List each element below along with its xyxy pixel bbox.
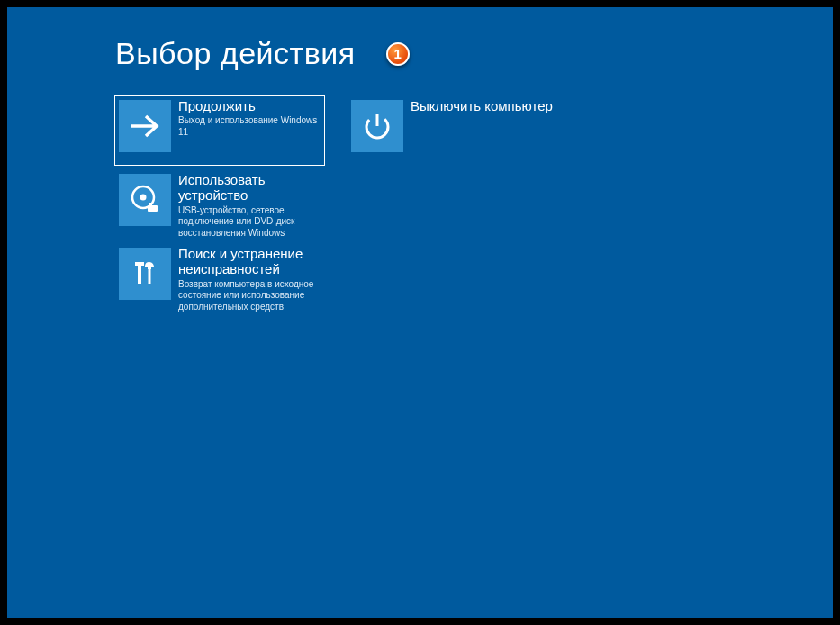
page-title: Выбор действия — [115, 36, 356, 71]
svg-rect-7 — [135, 262, 144, 266]
tile-troubleshoot[interactable]: Поиск и устранение неисправностей Возвра… — [115, 244, 324, 312]
svg-rect-8 — [149, 269, 151, 284]
disc-icon — [119, 174, 171, 226]
tile-continue-desc: Выход и использование Windows 11 — [178, 115, 321, 138]
annotation-badge: 1 — [386, 42, 410, 66]
tools-icon — [119, 248, 171, 300]
svg-rect-5 — [149, 203, 152, 206]
tile-shutdown[interactable]: Выключить компьютер — [348, 96, 556, 165]
svg-rect-6 — [138, 264, 141, 284]
power-icon — [351, 100, 403, 152]
svg-point-3 — [140, 195, 147, 201]
tile-continue-title: Продолжить — [178, 98, 321, 113]
tile-continue[interactable]: Продолжить Выход и использование Windows… — [115, 96, 324, 165]
tile-shutdown-title: Выключить компьютер — [411, 98, 553, 113]
arrow-right-icon — [119, 100, 171, 152]
tile-troubleshoot-desc: Возврат компьютера в исходное состояние … — [178, 279, 321, 313]
tile-use-device-title: Использовать устройство — [178, 172, 321, 204]
svg-rect-4 — [148, 205, 158, 212]
tile-troubleshoot-title: Поиск и устранение неисправностей — [178, 246, 321, 277]
tile-use-device[interactable]: Использовать устройство USB-устройство, … — [115, 170, 324, 239]
tile-use-device-desc: USB-устройство, сетевое подключение или … — [178, 205, 321, 240]
